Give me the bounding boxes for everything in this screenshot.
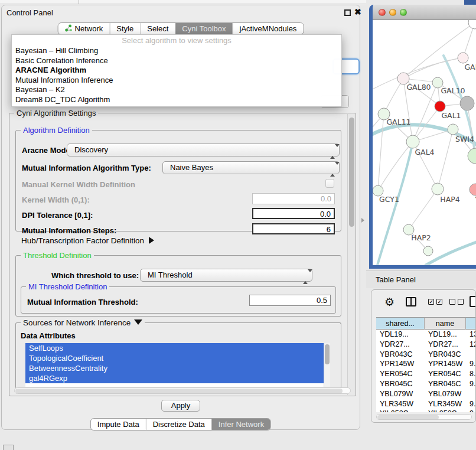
algorithm-option[interactable]: Bayesian – Hill Climbing: [12, 46, 341, 56]
bottom-tab-discretize-data[interactable]: Discretize Data: [146, 419, 211, 430]
network-edge[interactable]: [467, 103, 475, 156]
table-cell: YBR043C: [376, 350, 425, 360]
checked-checkbox-icon[interactable]: ✓: [436, 299, 442, 305]
node-partial-top[interactable]: [468, 20, 476, 29]
minimize-traffic-light-icon[interactable]: [389, 9, 396, 16]
node-gal2[interactable]: [458, 53, 468, 63]
splitter-collapse-icon[interactable]: [361, 218, 364, 223]
apply-button[interactable]: Apply: [161, 400, 200, 412]
mi-steps-field[interactable]: 6: [252, 223, 335, 234]
node-gray[interactable]: [460, 96, 474, 110]
attributes-scrollbar-thumb[interactable]: [325, 344, 330, 364]
node-gal4[interactable]: [406, 135, 419, 148]
app-top-strip: [0, 0, 366, 4]
settings-scrollbar[interactable]: [347, 114, 355, 395]
tab-jactivemnodules[interactable]: jActiveMNodules: [233, 23, 304, 34]
hub-definition-expander[interactable]: Hub/Transcription Factor Definition: [21, 236, 154, 245]
node-big-green[interactable]: [468, 148, 476, 164]
table-row[interactable]: YBL079WYBL079W: [376, 389, 476, 399]
algorithm-option[interactable]: ARACNE Algorithm: [12, 66, 341, 76]
bottom-tab-impute-data[interactable]: Impute Data: [91, 419, 146, 430]
tab-select[interactable]: Select: [140, 23, 175, 34]
data-attribute-item[interactable]: SelfLoops: [25, 343, 324, 353]
table-row[interactable]: YIL052CYIL052C9: [376, 409, 476, 412]
attributes-scrollbar[interactable]: [324, 343, 330, 387]
table-row[interactable]: YBR045CYBR045C9.: [376, 379, 476, 389]
bottom-tab-infer-network[interactable]: Infer Network: [211, 419, 270, 430]
settings-hscrollbar[interactable]: [14, 387, 351, 394]
table-panel-window: ⚙ ✓ ✓ shared...nameA YDL19...YDL19...13Y…: [371, 289, 476, 423]
table-hscrollbar[interactable]: [376, 414, 472, 420]
table-row[interactable]: YPR145WYPR145W9.: [376, 359, 476, 369]
table-row[interactable]: YLR345WYLR345W9.: [376, 399, 476, 409]
dpi-tolerance-field[interactable]: 0.0: [252, 208, 335, 219]
unchecked-checkbox-icon[interactable]: [449, 299, 455, 305]
mi-type-combo[interactable]: Naive Bayes: [162, 161, 340, 174]
table-cell: YLR345W: [376, 399, 425, 409]
bottom-corner-icon[interactable]: [3, 445, 14, 450]
table-cell: YPR145W: [376, 359, 425, 369]
node-gal1[interactable]: [435, 101, 445, 112]
node-hap4[interactable]: [432, 183, 444, 195]
table-cell: YPR145W: [425, 359, 466, 369]
gear-icon[interactable]: ⚙: [384, 295, 395, 309]
table-hscrollbar-thumb[interactable]: [377, 415, 439, 419]
node-salmon[interactable]: [470, 184, 476, 195]
network-canvas[interactable]: GAL2GAL80GAL10GAL1GAL11SWI4GAL4GCY1HAP4Y…: [373, 20, 476, 265]
mi-threshold-group-title: MI Threshold Definition: [26, 282, 109, 291]
data-attribute-item[interactable]: gal4RGexp: [25, 373, 324, 383]
tab-cyni-toolbox[interactable]: Cyni Toolbox: [175, 23, 232, 34]
settings-hscrollbar-thumb[interactable]: [15, 389, 343, 393]
data-attribute-item[interactable]: TopologicalCoefficient: [25, 353, 324, 363]
table-cell: YLR345W: [425, 399, 466, 409]
algorithm-option[interactable]: Bayesian – K2: [12, 85, 341, 95]
column-header[interactable]: A: [466, 317, 476, 330]
data-attributes-list: SelfLoopsTopologicalCoefficientBetweenne…: [25, 343, 330, 387]
network-edge[interactable]: [438, 129, 453, 189]
settings-scrollbar-thumb[interactable]: [349, 118, 354, 227]
data-attribute-item[interactable]: BetweennessCentrality: [25, 363, 324, 373]
checked-checkbox-icon[interactable]: ✓: [428, 299, 434, 305]
expander-arrow-icon: [149, 237, 154, 244]
manual-kernel-checkbox[interactable]: [325, 179, 334, 188]
manual-kernel-label: Manual Kernel Width Definition: [22, 180, 135, 189]
sources-group-title[interactable]: Sources for Network Inference: [21, 318, 145, 327]
algorithm-option[interactable]: Mutual Information Inference: [12, 76, 341, 86]
aracne-mode-combo[interactable]: Discovery: [67, 144, 340, 156]
table-cell: YER054C: [425, 369, 466, 379]
mi-threshold-field[interactable]: 0.5: [249, 295, 331, 306]
unchecked-checkbox-icon[interactable]: [458, 299, 464, 305]
table-row[interactable]: YDR27...YDR27...12: [376, 340, 476, 350]
algorithm-option[interactable]: Dream8 DC_TDC Algorithm: [12, 95, 341, 105]
column-header[interactable]: shared...: [376, 317, 425, 330]
zoom-traffic-light-icon[interactable]: [400, 9, 407, 16]
document-icon[interactable]: [470, 296, 476, 307]
network-edge[interactable]: [378, 114, 384, 191]
network-edge[interactable]: [409, 189, 438, 230]
table-row[interactable]: YER054CYER054C8.: [376, 369, 476, 379]
algorithm-option[interactable]: Basic Correlation Inference: [12, 56, 341, 66]
threshold-definition-title: Threshold Definition: [21, 251, 94, 260]
network-window-titlebar[interactable]: [373, 5, 476, 20]
column-header[interactable]: name: [425, 317, 466, 330]
table-row[interactable]: YDL19...YDL19...13: [376, 330, 476, 340]
columns-icon[interactable]: [406, 297, 416, 306]
node-label: GCY1: [379, 195, 399, 204]
network-edge[interactable]: [413, 83, 438, 142]
cyni-bottom-tabbar: Impute DataDiscretize DataInfer Network: [90, 418, 271, 431]
network-edge[interactable]: [426, 240, 476, 265]
kernel-width-field[interactable]: 0.0: [252, 193, 335, 204]
node-swi4[interactable]: [448, 124, 458, 135]
node-label: GAL1: [441, 111, 461, 120]
tab-style[interactable]: Style: [109, 23, 140, 34]
float-window-icon[interactable]: [344, 9, 351, 16]
which-threshold-combo[interactable]: MI Threshold: [140, 269, 312, 282]
network-view-window: GAL2GAL80GAL10GAL1GAL11SWI4GAL4GCY1HAP4Y…: [369, 5, 476, 269]
node-label: SWI4: [455, 135, 474, 144]
tab-network[interactable]: Network: [58, 23, 110, 34]
table-row[interactable]: YBR043CYBR043C: [376, 350, 476, 360]
node-partial-bottom[interactable]: [423, 246, 433, 256]
close-icon[interactable]: ✖: [354, 7, 361, 17]
close-traffic-light-icon[interactable]: [379, 9, 386, 16]
combo-arrows-icon: [303, 271, 308, 283]
